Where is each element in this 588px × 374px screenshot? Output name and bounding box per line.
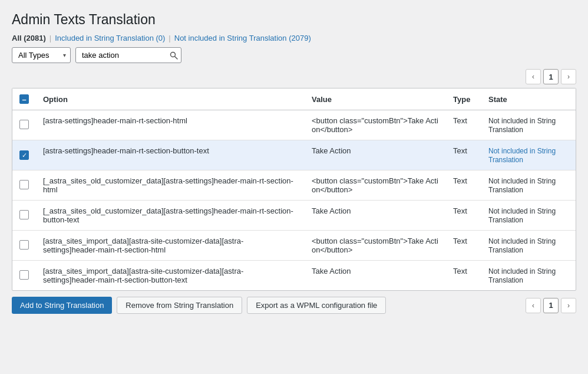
type-header: Type bbox=[446, 88, 481, 110]
table-container: Option Value Type State [astra-settings]… bbox=[12, 88, 576, 291]
value-cell: Take Action bbox=[305, 201, 446, 231]
search-input[interactable] bbox=[75, 47, 181, 63]
current-page-bottom: 1 bbox=[543, 298, 559, 313]
sep2: | bbox=[169, 34, 170, 42]
type-cell: Text bbox=[446, 170, 481, 201]
row-checkbox[interactable] bbox=[19, 120, 29, 129]
value-text: Take Action bbox=[312, 267, 351, 275]
next-page-top-button[interactable]: › bbox=[561, 69, 576, 84]
table-row: [astra_sites_import_data][astra-site-cus… bbox=[12, 261, 576, 291]
value-text: Take Action bbox=[312, 146, 351, 155]
search-wrapper bbox=[75, 47, 181, 63]
add-to-string-translation-button[interactable]: Add to String Translation bbox=[12, 297, 112, 314]
option-text: [astra_sites_import_data][astra-site-cus… bbox=[43, 267, 243, 284]
select-all-checkbox[interactable] bbox=[19, 94, 29, 104]
option-header: Option bbox=[36, 88, 305, 110]
type-cell: Text bbox=[446, 140, 481, 170]
option-cell: [astra-settings]header-main-rt-section-b… bbox=[36, 140, 305, 170]
row-checkbox[interactable] bbox=[19, 270, 29, 280]
type-select-wrapper: All Types Text HTML ▾ bbox=[12, 47, 71, 63]
type-select[interactable]: All Types Text HTML bbox=[12, 47, 71, 63]
state-badge: Not included in String Translation bbox=[488, 207, 556, 224]
checkbox-cell[interactable] bbox=[12, 140, 36, 170]
svg-line-1 bbox=[175, 56, 177, 58]
type-cell: Text bbox=[446, 261, 481, 291]
sep1: | bbox=[49, 34, 51, 42]
option-text: [astra_sites_import_data][astra-site-cus… bbox=[43, 237, 243, 254]
type-cell: Text bbox=[446, 110, 481, 140]
type-cell: Text bbox=[446, 201, 481, 231]
value-cell: <button class="customBtn">Take Action</b… bbox=[305, 110, 446, 140]
footer-row: Add to String Translation Remove from St… bbox=[12, 297, 576, 314]
table-row: [_astra_sites_old_customizer_data][astra… bbox=[12, 170, 576, 201]
state-badge: Not included in String Translation bbox=[488, 117, 556, 134]
state-header: State bbox=[481, 88, 576, 110]
state-badge: Not included in String Translation bbox=[488, 237, 556, 254]
row-checkbox[interactable] bbox=[19, 210, 29, 219]
state-cell: Not included in String Translation bbox=[481, 110, 576, 140]
table-row: [astra-settings]header-main-rt-section-b… bbox=[12, 140, 576, 170]
checkbox-cell[interactable] bbox=[12, 170, 36, 201]
value-header: Value bbox=[305, 88, 446, 110]
state-badge: Not included in String Translation bbox=[488, 267, 556, 284]
state-badge: Not included in String Translation bbox=[488, 147, 556, 164]
row-checkbox[interactable] bbox=[19, 150, 29, 160]
main-table: Option Value Type State [astra-settings]… bbox=[12, 88, 576, 290]
controls-row: All Types Text HTML ▾ bbox=[12, 47, 576, 63]
current-page-top: 1 bbox=[543, 69, 559, 84]
checkbox-cell[interactable] bbox=[12, 201, 36, 231]
option-text: [astra-settings]header-main-rt-section-b… bbox=[43, 146, 209, 155]
value-text: <button class="customBtn">Take Action</b… bbox=[312, 237, 438, 254]
value-text: <button class="customBtn">Take Action</b… bbox=[312, 116, 438, 134]
option-cell: [_astra_sites_old_customizer_data][astra… bbox=[36, 201, 305, 231]
row-checkbox[interactable] bbox=[19, 240, 29, 250]
search-icon bbox=[170, 51, 178, 60]
remove-from-string-translation-button[interactable]: Remove from String Translation bbox=[117, 297, 242, 314]
all-count: All (2081) bbox=[12, 34, 46, 42]
next-page-bottom-button[interactable]: › bbox=[561, 298, 576, 313]
export-wpml-button[interactable]: Export as a WPML configuration file bbox=[247, 297, 386, 314]
option-text: [_astra_sites_old_customizer_data][astra… bbox=[43, 206, 293, 224]
prev-page-bottom-button[interactable]: ‹ bbox=[526, 298, 541, 313]
not-included-filter-link[interactable]: Not included in String Translation (2079… bbox=[174, 34, 311, 42]
checkbox-cell[interactable] bbox=[12, 231, 36, 261]
table-row: [astra-settings]header-main-rt-section-h… bbox=[12, 110, 576, 140]
option-cell: [astra_sites_import_data][astra-site-cus… bbox=[36, 231, 305, 261]
state-cell: Not included in String Translation bbox=[481, 140, 576, 170]
option-cell: [_astra_sites_old_customizer_data][astra… bbox=[36, 170, 305, 201]
state-cell: Not included in String Translation bbox=[481, 170, 576, 201]
prev-page-top-button[interactable]: ‹ bbox=[526, 69, 541, 84]
pagination-top: ‹ 1 › bbox=[12, 69, 576, 84]
value-cell: Take Action bbox=[305, 140, 446, 170]
row-checkbox[interactable] bbox=[19, 180, 29, 189]
state-cell: Not included in String Translation bbox=[481, 201, 576, 231]
value-cell: Take Action bbox=[305, 261, 446, 291]
option-text: [_astra_sites_old_customizer_data][astra… bbox=[43, 176, 293, 194]
state-badge: Not included in String Translation bbox=[488, 177, 556, 194]
pagination-bottom: ‹ 1 › bbox=[526, 298, 576, 313]
checkbox-cell[interactable] bbox=[12, 261, 36, 291]
page-title: Admin Texts Translation bbox=[12, 12, 576, 28]
included-filter-link[interactable]: Included in String Translation (0) bbox=[55, 34, 165, 42]
value-text: <button class="customBtn">Take Action</b… bbox=[312, 176, 438, 194]
state-cell: Not included in String Translation bbox=[481, 231, 576, 261]
footer-left: Add to String Translation Remove from St… bbox=[12, 297, 386, 314]
option-text: [astra-settings]header-main-rt-section-h… bbox=[43, 116, 187, 125]
value-cell: <button class="customBtn">Take Action</b… bbox=[305, 231, 446, 261]
state-cell: Not included in String Translation bbox=[481, 261, 576, 291]
checkbox-cell[interactable] bbox=[12, 110, 36, 140]
filter-bar: All (2081) | Included in String Translat… bbox=[12, 34, 576, 42]
type-cell: Text bbox=[446, 231, 481, 261]
value-text: Take Action bbox=[312, 206, 351, 215]
value-cell: <button class="customBtn">Take Action</b… bbox=[305, 170, 446, 201]
search-button[interactable] bbox=[170, 51, 178, 60]
option-cell: [astra_sites_import_data][astra-site-cus… bbox=[36, 261, 305, 291]
option-cell: [astra-settings]header-main-rt-section-h… bbox=[36, 110, 305, 140]
table-row: [_astra_sites_old_customizer_data][astra… bbox=[12, 201, 576, 231]
select-all-header[interactable] bbox=[12, 88, 36, 110]
table-row: [astra_sites_import_data][astra-site-cus… bbox=[12, 231, 576, 261]
